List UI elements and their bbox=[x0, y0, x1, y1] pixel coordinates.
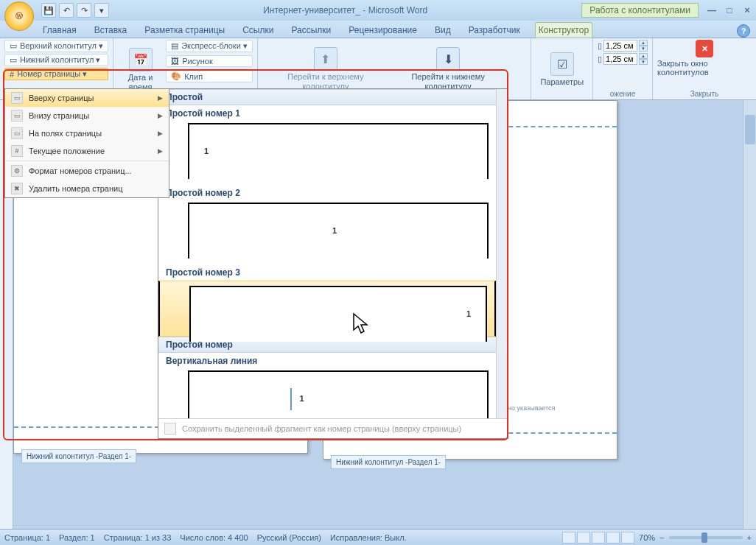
menu-bottom-of-page[interactable]: ▭ Внизу страницы ▶ bbox=[5, 107, 169, 124]
tab-design[interactable]: Конструктор bbox=[535, 22, 592, 38]
status-bar: Страница: 1 Раздел: 1 Страница: 1 из 33 … bbox=[0, 529, 756, 545]
gallery-item-2[interactable]: 1 bbox=[188, 203, 489, 259]
page-top-icon: ▭ bbox=[11, 92, 23, 104]
picture-button[interactable]: 🖼Рисунок bbox=[166, 55, 253, 67]
status-language[interactable]: Русский (Россия) bbox=[257, 533, 321, 542]
mouse-cursor-icon bbox=[352, 312, 371, 340]
gallery-category-simple: Простой bbox=[158, 89, 496, 105]
submenu-arrow-icon: ▶ bbox=[158, 112, 163, 119]
undo-icon[interactable]: ↶ bbox=[59, 3, 74, 18]
zoom-in-icon[interactable]: + bbox=[747, 533, 752, 542]
page-number-menu: ▭ Вверху страницы ▶ ▭ Внизу страницы ▶ ▭… bbox=[4, 88, 169, 198]
page-bottom-icon: ▭ bbox=[11, 110, 23, 122]
options-dropdown[interactable]: ☑Параметры bbox=[536, 40, 588, 99]
view-buttons[interactable] bbox=[562, 532, 634, 544]
header-from-top-spinner[interactable]: ▯▲▼ bbox=[598, 40, 648, 52]
quick-parts-dropdown[interactable]: ▤Экспресс-блоки ▾ bbox=[166, 40, 253, 52]
zoom-slider[interactable] bbox=[669, 536, 743, 539]
tab-insert[interactable]: Вставка bbox=[91, 23, 130, 38]
menu-page-margins[interactable]: ▭ На полях страницы ▶ bbox=[5, 124, 169, 142]
gallery-item-1[interactable]: 1 bbox=[188, 123, 489, 179]
gallery-item-4-title: Вертикальная линия bbox=[158, 353, 496, 369]
position-group-label: ожение bbox=[598, 90, 648, 99]
contextual-group-label: Работа с колонтитулами bbox=[581, 3, 699, 18]
window-title: Интернет-университет_ - Microsoft Word bbox=[109, 5, 581, 15]
save-icon[interactable]: 💾 bbox=[41, 3, 56, 18]
menu-remove-page-numbers[interactable]: ✖ Удалить номера страниц bbox=[5, 180, 169, 197]
tab-developer[interactable]: Разработчик bbox=[466, 23, 523, 38]
close-x-icon: ✕ bbox=[696, 40, 713, 57]
page-margin-icon: ▭ bbox=[11, 127, 23, 139]
vertical-scrollbar[interactable] bbox=[743, 100, 756, 529]
tab-view[interactable]: Вид bbox=[432, 23, 454, 38]
footer-tag-right: Нижний колонтитул -Раздел 1- bbox=[331, 455, 446, 469]
submenu-arrow-icon: ▶ bbox=[158, 94, 163, 102]
status-track-changes[interactable]: Исправления: Выкл. bbox=[330, 533, 407, 542]
tab-references[interactable]: Ссылки bbox=[239, 23, 276, 38]
current-pos-icon: # bbox=[11, 145, 23, 157]
quick-access-toolbar: 💾 ↶ ↷ ▾ bbox=[41, 3, 109, 18]
status-page[interactable]: Страница: 1 bbox=[4, 533, 50, 542]
tab-mailings[interactable]: Рассылки bbox=[288, 23, 334, 38]
page-number-dropdown[interactable]: #Номер страницы ▾ bbox=[4, 68, 108, 80]
gallery-scrollbar[interactable] bbox=[496, 89, 508, 418]
gallery-item-3-title: Простой номер 3 bbox=[158, 264, 496, 281]
minimize-icon[interactable]: — bbox=[706, 5, 718, 15]
menu-format-page-numbers[interactable]: ⚙ Формат номеров страниц... bbox=[5, 162, 169, 180]
footer-dropdown[interactable]: ▭Нижний колонтитул ▾ bbox=[4, 54, 108, 66]
maximize-icon[interactable]: □ bbox=[724, 5, 735, 15]
footer-from-bottom-spinner[interactable]: ▯▲▼ bbox=[598, 53, 648, 65]
save-selection-label[interactable]: Сохранить выделенный фрагмент как номер … bbox=[182, 424, 461, 433]
footer-tag-left: Нижний колонтитул -Раздел 1- bbox=[21, 449, 136, 463]
help-icon[interactable]: ? bbox=[737, 24, 750, 38]
gallery-item-2-title: Простой номер 2 bbox=[158, 185, 496, 201]
gallery-item-4[interactable]: 1 bbox=[188, 370, 489, 419]
tab-home[interactable]: Главная bbox=[40, 23, 80, 38]
gallery-item-1-title: Простой номер 1 bbox=[158, 105, 496, 122]
zoom-out-icon[interactable]: − bbox=[659, 533, 664, 542]
status-section[interactable]: Раздел: 1 bbox=[59, 533, 95, 542]
header-dropdown[interactable]: ▭Верхний колонтитул ▾ bbox=[4, 40, 108, 52]
close-window-icon[interactable]: × bbox=[741, 5, 753, 15]
save-selection-icon bbox=[164, 423, 176, 435]
title-bar: 💾 ↶ ↷ ▾ Интернет-университет_ - Microsof… bbox=[0, 0, 756, 21]
close-header-footer-button[interactable]: ✕ Закрыть окно колонтитулов bbox=[657, 40, 752, 77]
menu-top-of-page[interactable]: ▭ Вверху страницы ▶ bbox=[5, 89, 169, 107]
gallery-item-3[interactable]: 1 bbox=[158, 281, 496, 337]
status-word-count[interactable]: Число слов: 4 400 bbox=[180, 533, 248, 542]
menu-current-position[interactable]: # Текущее положение ▶ bbox=[5, 142, 169, 160]
zoom-level[interactable]: 70% bbox=[639, 533, 655, 542]
submenu-arrow-icon: ▶ bbox=[158, 147, 163, 155]
ribbon-tabs: Главная Вставка Разметка страницы Ссылки… bbox=[0, 21, 756, 38]
redo-icon[interactable]: ↷ bbox=[77, 3, 91, 18]
status-page-of[interactable]: Страница: 1 из 33 bbox=[104, 533, 172, 542]
submenu-arrow-icon: ▶ bbox=[158, 130, 163, 137]
tab-review[interactable]: Рецензирование bbox=[346, 23, 420, 38]
remove-icon: ✖ bbox=[11, 183, 23, 194]
qat-customize-icon[interactable]: ▾ bbox=[94, 3, 109, 18]
tab-layout[interactable]: Разметка страницы bbox=[141, 23, 228, 38]
office-button[interactable]: Ⓦ bbox=[4, 1, 34, 31]
clip-art-button[interactable]: 🎨Клип bbox=[166, 70, 253, 82]
page-number-gallery: Простой Простой номер 1 1 Простой номер … bbox=[158, 88, 508, 439]
format-icon: ⚙ bbox=[11, 165, 23, 177]
